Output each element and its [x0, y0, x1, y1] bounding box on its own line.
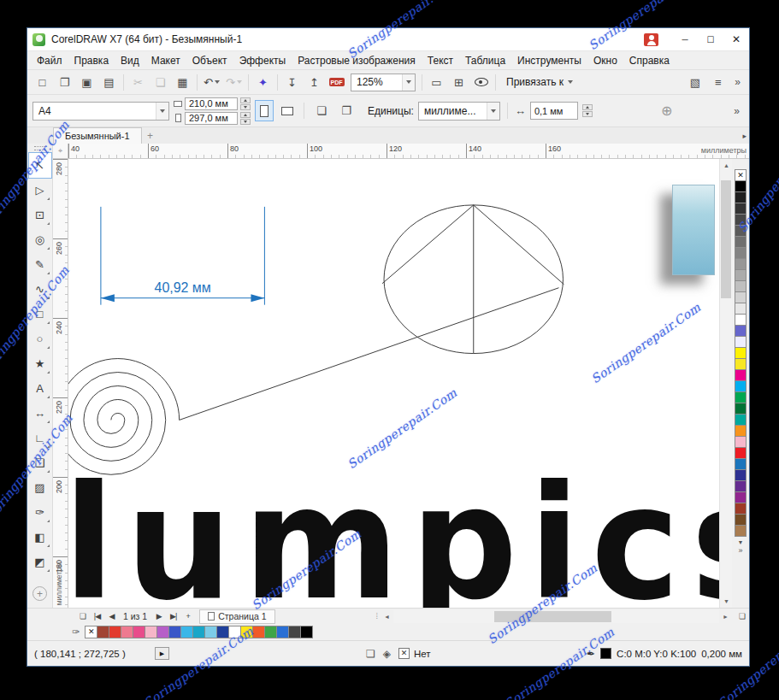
zoom-level-combo[interactable]: 125% — [351, 74, 416, 91]
dimension-tool[interactable]: ↔ — [29, 401, 51, 426]
cut-button[interactable]: ✂ — [127, 73, 149, 92]
pick-tool[interactable]: ↖ — [29, 153, 51, 178]
visual-preview-button[interactable] — [470, 73, 492, 92]
palette-scroll-down-button[interactable]: ▼ — [738, 539, 744, 545]
previous-page-button[interactable]: ◀ — [104, 609, 119, 623]
document-color-swatch[interactable] — [264, 626, 277, 638]
ruler-origin-button[interactable]: ⌖ — [53, 144, 68, 159]
document-color-swatch[interactable] — [276, 626, 289, 638]
spin-down-button[interactable] — [240, 104, 251, 110]
position-indicator-icon[interactable]: ◈ — [383, 648, 391, 660]
open-document-button[interactable]: ❐ — [54, 73, 75, 92]
document-color-swatch[interactable] — [145, 626, 157, 638]
next-page-button[interactable]: ▶ — [151, 609, 166, 623]
bitmap-image-button[interactable]: ▧ — [684, 73, 705, 92]
palette-color-swatch[interactable] — [735, 391, 747, 403]
new-document-tab-button[interactable]: + — [142, 127, 159, 144]
eyedropper-icon[interactable]: ✑ — [72, 626, 80, 638]
connector-tool[interactable]: ∟ — [29, 426, 51, 450]
toolbox-drag-handle[interactable] — [34, 146, 46, 150]
snap-to-button[interactable]: Привязать к — [499, 73, 580, 91]
palette-color-swatch[interactable] — [735, 358, 747, 370]
crosshair-button[interactable]: ⊕ — [661, 103, 672, 119]
menu-item[interactable]: Инструменты — [511, 52, 587, 69]
palette-color-swatch[interactable] — [735, 436, 747, 448]
current-page-button[interactable]: ❏ — [311, 101, 332, 121]
zoom-tool[interactable]: ◎ — [29, 227, 51, 252]
palette-color-swatch[interactable] — [735, 491, 747, 503]
no-color-swatch[interactable]: ✕ — [85, 626, 97, 638]
document-color-swatch[interactable] — [288, 626, 301, 638]
all-pages-button[interactable]: ❐ — [336, 101, 357, 121]
combo-caret-box[interactable] — [156, 103, 168, 120]
smart-fill-tool[interactable]: ◩ — [29, 550, 51, 574]
palette-color-swatch[interactable] — [735, 203, 747, 215]
document-color-swatch[interactable] — [300, 626, 313, 638]
palette-color-swatch[interactable] — [735, 303, 747, 315]
document-color-swatch[interactable] — [97, 626, 109, 638]
palette-color-swatch[interactable] — [735, 214, 747, 226]
palette-expand-button[interactable]: » — [738, 546, 742, 555]
document-color-swatch[interactable] — [216, 626, 229, 638]
transparency-tool[interactable]: ▨ — [29, 475, 51, 500]
search-content-button[interactable]: ✦ — [252, 73, 274, 92]
close-button[interactable]: ✕ — [723, 28, 749, 50]
drawing-canvas[interactable]: 40,92 мм — [68, 159, 719, 608]
palette-color-swatch[interactable] — [735, 258, 747, 270]
fill-indicator[interactable]: ✕ Нет — [398, 648, 431, 659]
new-document-button[interactable]: □ — [32, 73, 53, 92]
text-tool[interactable]: A — [29, 376, 51, 401]
page-size-combo[interactable]: A4 — [32, 102, 169, 121]
nudge-offset-field[interactable]: 0,1 мм — [530, 102, 578, 120]
options-button[interactable]: ≡ — [707, 73, 729, 92]
palette-color-swatch[interactable] — [735, 525, 747, 537]
palette-color-swatch[interactable] — [735, 236, 747, 248]
menu-item[interactable]: Таблица — [459, 52, 511, 69]
import-button[interactable]: ↧ — [281, 73, 303, 92]
propbar-overflow-button[interactable]: » — [729, 105, 744, 117]
crop-tool[interactable]: ⊡ — [29, 203, 51, 227]
units-combo[interactable]: миллиме... — [418, 102, 500, 121]
palette-color-swatch[interactable] — [735, 458, 747, 470]
fullscreen-preview-button[interactable]: ▭ — [426, 73, 447, 92]
scroll-down-button[interactable]: ▼ — [720, 595, 733, 608]
menu-item[interactable]: Файл — [31, 52, 68, 69]
no-color-swatch[interactable]: ✕ — [735, 169, 747, 181]
horizontal-scrollbar[interactable]: ◄ ► — [381, 610, 732, 623]
palette-color-swatch[interactable] — [735, 225, 747, 237]
menu-item[interactable]: Растровые изображения — [292, 52, 422, 69]
interactive-fill-tool[interactable]: ◧ — [29, 525, 51, 550]
membership-user-icon[interactable] — [644, 33, 658, 46]
page-width-field[interactable]: 210,0 мм — [185, 97, 238, 110]
palette-color-swatch[interactable] — [735, 325, 747, 337]
document-color-swatch[interactable] — [192, 626, 205, 638]
page-height-field[interactable]: 297,0 мм — [185, 112, 238, 125]
menu-item[interactable]: Вид — [115, 52, 145, 69]
document-color-swatch[interactable] — [252, 626, 265, 638]
document-color-swatch[interactable] — [156, 626, 169, 638]
palette-color-swatch[interactable] — [735, 291, 747, 303]
combo-caret-box[interactable] — [402, 74, 415, 91]
publish-pdf-button[interactable]: PDF — [326, 73, 347, 92]
page-tab[interactable]: Страница 1 — [199, 609, 274, 624]
palette-color-swatch[interactable] — [735, 369, 747, 381]
palette-color-swatch[interactable] — [735, 514, 747, 526]
spin-down-button[interactable] — [582, 111, 593, 117]
vertical-scroll-thumb[interactable] — [721, 180, 731, 299]
palette-color-swatch[interactable] — [735, 269, 747, 281]
show-rulers-button[interactable]: ⊞ — [448, 73, 469, 92]
drop-shadow-tool[interactable]: ❑ — [29, 450, 51, 475]
last-page-button[interactable]: ▶| — [166, 609, 180, 623]
vertical-scroll-track[interactable] — [720, 172, 732, 595]
scroll-up-button[interactable]: ▲ — [720, 159, 733, 172]
polygon-tool[interactable]: ★ — [29, 351, 51, 376]
document-color-swatch[interactable] — [168, 626, 181, 638]
document-info-icon[interactable]: ❏ — [366, 648, 375, 660]
page-sorter-icon[interactable]: ❏ — [75, 609, 90, 623]
palette-color-swatch[interactable] — [735, 247, 747, 259]
document-color-swatch[interactable] — [204, 626, 217, 638]
scroll-left-button[interactable]: ◄ — [381, 610, 393, 623]
document-color-swatch[interactable] — [240, 626, 253, 638]
palette-color-swatch[interactable] — [735, 191, 747, 203]
undo-button[interactable]: ↶ — [201, 73, 222, 92]
